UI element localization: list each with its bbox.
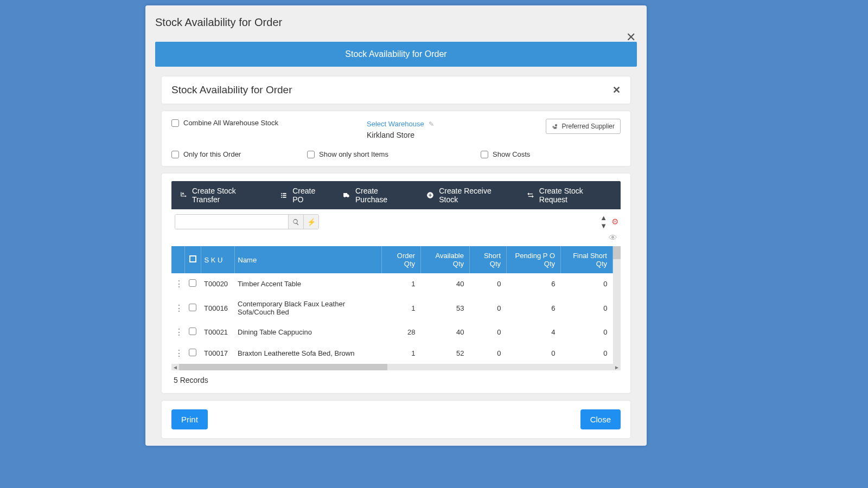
checkbox-combine-label: Combine All Warehouse Stock (183, 119, 278, 127)
cell-avail-qty: 40 (421, 322, 470, 343)
record-count: 5 Records (171, 370, 621, 387)
cell-order-qty: 28 (382, 322, 421, 343)
cell-order-qty: 1 (382, 294, 421, 322)
cell-pending-po: 6 (507, 273, 561, 294)
create-receive-stock-label: Create Receive Stock (439, 187, 512, 204)
checkbox-short-input[interactable] (307, 151, 315, 158)
cell-final-short: 0 (561, 343, 613, 364)
row-checkbox[interactable] (189, 304, 196, 311)
gear-icon[interactable]: ⚙ (611, 217, 618, 227)
create-purchase-button[interactable]: Create Purchase (342, 187, 412, 204)
select-warehouse-link[interactable]: Select Warehouse (367, 120, 424, 128)
cell-short-qty: 0 (470, 294, 507, 322)
horizontal-scrollbar[interactable]: ◄ ► (171, 364, 621, 370)
checkbox-only-order[interactable]: Only for this Order (171, 150, 275, 158)
search-wrap: ⚡ (175, 214, 319, 229)
scroll-left-icon[interactable]: ◄ (171, 364, 179, 370)
sort-icon[interactable]: ▲▼ (600, 214, 607, 230)
close-icon[interactable]: ✕ (626, 30, 636, 44)
create-receive-stock-button[interactable]: Create Receive Stock (426, 187, 512, 204)
table-row: ⋮T00021Dining Table Cappucino2840040 (171, 322, 613, 343)
cell-sku: T00021 (201, 322, 234, 343)
cell-short-qty: 0 (470, 343, 507, 364)
row-menu-icon[interactable]: ⋮ (171, 294, 184, 322)
cell-final-short: 0 (561, 273, 613, 294)
close-button[interactable]: Close (580, 409, 621, 429)
panel-close-icon[interactable]: ✕ (612, 84, 621, 96)
cell-pending-po: 0 (507, 343, 561, 364)
col-name[interactable]: Name (234, 246, 382, 273)
col-pending-po[interactable]: Pending P O Qty (507, 246, 561, 273)
cell-final-short: 0 (561, 294, 613, 322)
col-order-qty[interactable]: Order Qty (382, 246, 421, 273)
row-menu-icon[interactable]: ⋮ (171, 322, 184, 343)
stock-table: S K U Name Order Qty Available Qty Short… (171, 246, 613, 364)
checkbox-combine-warehouse[interactable]: Combine All Warehouse Stock (171, 119, 367, 127)
cell-sku: T00016 (201, 294, 234, 322)
cell-name: Dining Table Cappucino (234, 322, 382, 343)
search-input[interactable] (175, 215, 288, 229)
panel-title: Stock Availability for Order (171, 84, 292, 96)
dialog-title: Stock Availability for Order (145, 5, 647, 36)
col-checkbox[interactable] (184, 246, 201, 273)
plus-circle-icon (426, 191, 435, 199)
checkbox-short-items[interactable]: Show only short Items (307, 150, 448, 158)
eye-icon[interactable]: 👁 (609, 233, 617, 243)
create-po-button[interactable]: Create PO (279, 187, 328, 204)
scroll-right-icon[interactable]: ► (613, 364, 621, 370)
checkbox-costs-input[interactable] (481, 151, 488, 158)
print-button[interactable]: Print (171, 409, 208, 429)
col-sku[interactable]: S K U (201, 246, 234, 273)
dolly-icon (179, 191, 188, 199)
search-button[interactable] (288, 215, 303, 229)
create-stock-request-button[interactable]: Create Stock Request (526, 187, 613, 204)
cell-short-qty: 0 (470, 322, 507, 343)
cell-avail-qty: 53 (421, 294, 470, 322)
cell-sku: T00020 (201, 273, 234, 294)
cell-avail-qty: 52 (421, 343, 470, 364)
cell-short-qty: 0 (470, 273, 507, 294)
checkbox-costs-label: Show Costs (493, 150, 530, 158)
cell-name: Timber Accent Table (234, 273, 382, 294)
vertical-scrollbar[interactable] (613, 246, 621, 364)
cell-order-qty: 1 (382, 343, 421, 364)
col-actions (171, 246, 184, 273)
checkbox-combine-input[interactable] (171, 119, 179, 127)
cell-pending-po: 6 (507, 294, 561, 322)
user-plus-icon (552, 123, 559, 130)
cell-name: Contemporary Black Faux Leather Sofa/Cou… (234, 294, 382, 322)
dialog-stock-availability: Stock Availability for Order ✕ Stock Ava… (145, 5, 647, 446)
action-bar: Create Stock Transfer Create PO Create P… (171, 181, 621, 209)
cell-pending-po: 4 (507, 322, 561, 343)
create-po-label: Create PO (292, 187, 328, 204)
row-checkbox[interactable] (189, 349, 196, 356)
exchange-icon (526, 191, 535, 199)
checkbox-short-label: Show only short Items (319, 150, 388, 158)
row-menu-icon[interactable]: ⋮ (171, 273, 184, 294)
table-row: ⋮T00017Braxton Leatherette Sofa Bed, Bro… (171, 343, 613, 364)
cell-name: Braxton Leatherette Sofa Bed, Brown (234, 343, 382, 364)
cell-avail-qty: 40 (421, 273, 470, 294)
create-stock-transfer-button[interactable]: Create Stock Transfer (179, 187, 265, 204)
quick-button[interactable]: ⚡ (303, 215, 318, 229)
row-menu-icon[interactable]: ⋮ (171, 343, 184, 364)
cell-order-qty: 1 (382, 273, 421, 294)
table-row: ⋮T00016Contemporary Black Faux Leather S… (171, 294, 613, 322)
search-icon (292, 219, 299, 226)
checkbox-only-input[interactable] (171, 151, 179, 158)
col-short-qty[interactable]: Short Qty (470, 246, 507, 273)
row-checkbox[interactable] (189, 279, 196, 287)
checkbox-show-costs[interactable]: Show Costs (481, 150, 530, 158)
filter-panel: Combine All Warehouse Stock Select Wareh… (162, 111, 630, 166)
panel-header-section: Stock Availability for Order ✕ (162, 76, 630, 104)
preferred-supplier-button[interactable]: Preferred Supplier (546, 119, 621, 134)
checkbox-only-label: Only for this Order (183, 150, 241, 158)
col-avail-qty[interactable]: Available Qty (421, 246, 470, 273)
cell-sku: T00017 (201, 343, 234, 364)
truck-icon (342, 191, 351, 199)
warehouse-value: Kirkland Store (367, 131, 546, 139)
row-checkbox[interactable] (189, 328, 196, 335)
create-purchase-label: Create Purchase (355, 187, 412, 204)
col-final-short[interactable]: Final Short Qty (561, 246, 613, 273)
pencil-icon[interactable]: ✎ (429, 120, 434, 128)
